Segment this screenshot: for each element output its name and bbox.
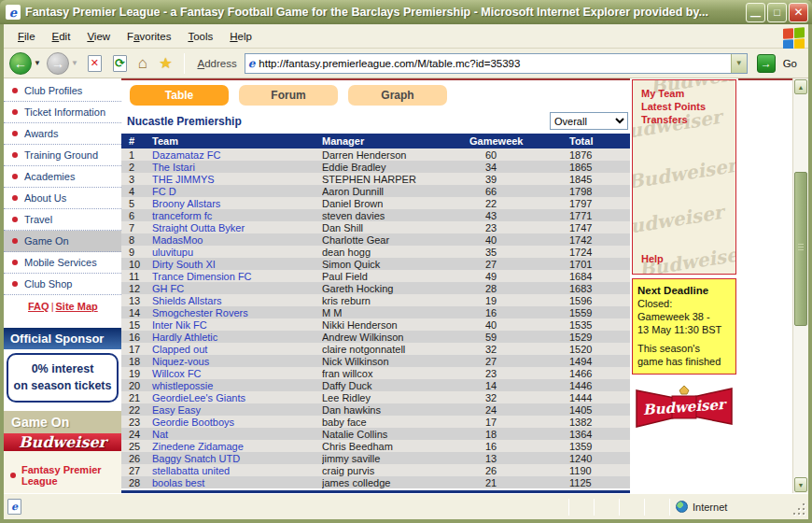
bullet-icon	[12, 131, 18, 136]
scroll-thumb[interactable]	[794, 172, 807, 326]
team-link[interactable]: MadasMoo	[152, 234, 203, 246]
team-link[interactable]: boolas best	[152, 477, 204, 488]
game-links-panel: Budweiser Budweiser Budweiser Budweiser …	[632, 79, 736, 275]
team-link[interactable]: Clapped out	[152, 344, 207, 355]
manager-cell: Nikki Henderson	[322, 318, 469, 331]
game-link[interactable]: My Team	[641, 87, 735, 100]
sidebar-item[interactable]: About Us	[4, 188, 121, 209]
sidebar-item-label: Club Profiles	[24, 85, 82, 96]
sidebar-item[interactable]: Training Ground	[4, 145, 121, 166]
sidebar-item[interactable]: Club Profiles	[4, 80, 121, 102]
forward-dropdown-icon[interactable]: ▼	[71, 59, 78, 67]
sidebar-bottom-link[interactable]: Fantasy Premier League	[4, 457, 121, 493]
menu-item[interactable]: Tools	[179, 26, 221, 47]
team-link[interactable]: GH FC	[152, 283, 184, 294]
team-link[interactable]: Niquez-vous	[152, 356, 209, 367]
team-link[interactable]: Shields Allstars	[152, 295, 222, 306]
team-link[interactable]: Nat	[152, 429, 168, 440]
filter-select[interactable]: Overall	[550, 112, 628, 130]
team-link[interactable]: FC D	[152, 186, 176, 197]
team-link[interactable]: Straight Outta Byker	[152, 222, 245, 233]
team-link[interactable]: Zinedene Zidamage	[152, 441, 244, 452]
col-header-gameweek: Gameweek	[469, 134, 569, 148]
close-button[interactable]: ✕	[789, 3, 808, 22]
manager-cell: Dan hawkins	[322, 403, 469, 416]
vertical-scrollbar[interactable]: ▲ ▼	[792, 78, 808, 493]
team-link[interactable]: tranceform fc	[152, 210, 212, 221]
scroll-down-button[interactable]: ▼	[794, 477, 807, 492]
sidebar-item[interactable]: Academies	[4, 166, 121, 188]
budweiser-logo[interactable]: Budweiser	[635, 383, 734, 431]
game-link[interactable]: Transfers	[641, 113, 735, 126]
gameweek-cell: 16	[469, 306, 569, 318]
menu-item[interactable]: Edit	[44, 26, 79, 47]
refresh-button[interactable]: ⟳	[113, 55, 127, 72]
menu-item[interactable]: Help	[221, 26, 260, 47]
col-header-rank: #	[121, 134, 149, 148]
scroll-up-button[interactable]: ▲	[794, 79, 807, 94]
resize-grip[interactable]	[793, 503, 806, 516]
team-link[interactable]: whistlepossie	[152, 380, 213, 391]
team-link[interactable]: uluvitupu	[152, 247, 193, 258]
gameweek-cell: 39	[469, 173, 569, 185]
help-link[interactable]: Help	[641, 252, 664, 265]
sidebar-item-label: Travel	[24, 214, 52, 225]
sidebar-item[interactable]: Club Shop	[4, 274, 121, 295]
gameweek-cell: 40	[469, 318, 569, 331]
team-link[interactable]: Baggy Snatch UTD	[152, 453, 240, 464]
game-on-header: Game On	[4, 411, 121, 433]
team-link[interactable]: stellabatta united	[152, 465, 230, 476]
tab[interactable]: Table	[130, 85, 229, 106]
team-link[interactable]: Geordie Bootboys	[152, 417, 234, 428]
total-cell: 1797	[569, 197, 630, 209]
sidebar-item[interactable]: Awards	[4, 123, 121, 145]
forward-button[interactable]: →	[47, 52, 69, 75]
rank-cell: 7	[121, 221, 149, 233]
sidebar-item[interactable]: Travel	[4, 209, 121, 231]
sidebar-nav: Club Profiles Ticket Information Awards	[4, 80, 121, 295]
address-input[interactable]	[259, 55, 730, 72]
tab[interactable]: Graph	[348, 85, 447, 106]
sidebar-item[interactable]: Game On	[4, 231, 121, 252]
faq-link[interactable]: FAQ	[28, 301, 49, 312]
stop-button[interactable]: ✕	[88, 55, 102, 72]
home-button[interactable]: ⌂	[138, 54, 147, 73]
tab[interactable]: Forum	[239, 85, 338, 106]
game-link[interactable]: Latest Points	[641, 100, 735, 113]
gameweek-cell: 21	[469, 476, 569, 488]
menu-item[interactable]: File	[9, 26, 44, 47]
rank-cell: 24	[121, 428, 149, 440]
menu-item[interactable]: Favorites	[119, 26, 179, 47]
go-button[interactable]: →	[757, 54, 776, 73]
bullet-icon	[12, 152, 18, 158]
sponsor-offer-box[interactable]: 0% interest on season tickets	[7, 353, 119, 403]
favorites-button[interactable]: ★	[159, 54, 172, 72]
menu-item[interactable]: View	[78, 26, 119, 47]
bullet-icon	[12, 88, 18, 93]
team-link[interactable]: Hardly Athletic	[152, 332, 217, 343]
team-link[interactable]: Smogchester Rovers	[152, 307, 248, 318]
sidebar-item[interactable]: Ticket Information	[4, 102, 121, 123]
manager-cell: dean hogg	[322, 246, 469, 258]
back-dropdown-icon[interactable]: ▼	[34, 59, 41, 67]
team-link[interactable]: Dazamataz FC	[152, 149, 220, 161]
address-dropdown-button[interactable]: ▼	[731, 54, 747, 73]
gameweek-cell: 43	[469, 209, 569, 221]
budweiser-banner[interactable]: Budweiser	[4, 433, 121, 451]
team-link[interactable]: THE JIMMYS	[152, 174, 215, 185]
go-label[interactable]: Go	[783, 58, 797, 69]
sitemap-link[interactable]: Site Map	[55, 301, 97, 312]
minimize-button[interactable]: —	[746, 3, 765, 22]
team-link[interactable]: Easy Easy	[152, 404, 201, 416]
back-button[interactable]: ←	[9, 52, 32, 75]
team-link[interactable]: Willcox FC	[152, 368, 202, 379]
maximize-button[interactable]: □	[767, 3, 787, 22]
team-link[interactable]: The Istari	[152, 162, 195, 173]
team-link[interactable]: Trance Dimension FC	[152, 271, 252, 282]
sidebar-item[interactable]: Mobile Services	[4, 252, 121, 274]
team-link[interactable]: GeordieLee's Giants	[152, 392, 245, 403]
team-link[interactable]: Dirty South XI	[152, 259, 216, 270]
team-link[interactable]: Broony Allstars	[152, 198, 220, 209]
team-link[interactable]: Inter Nik FC	[152, 319, 207, 331]
gameweek-cell: 66	[469, 185, 569, 197]
